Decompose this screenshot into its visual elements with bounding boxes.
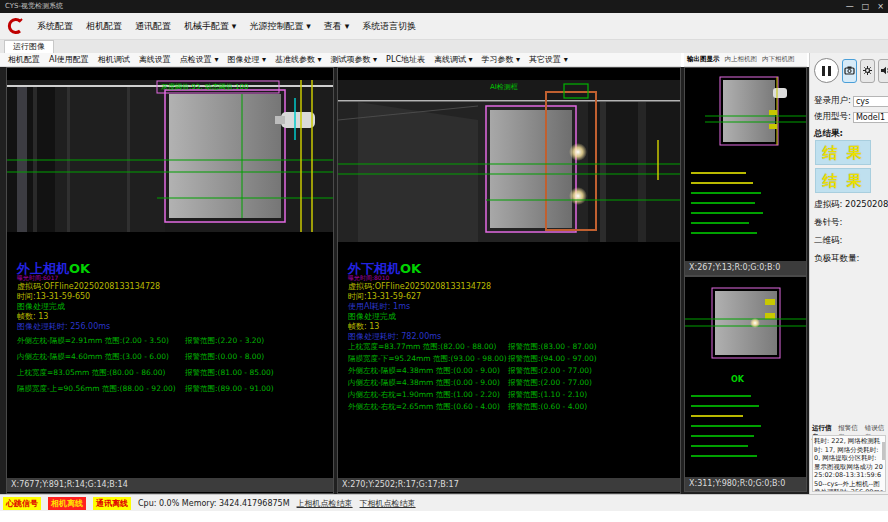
menu-bar: 系统配置 相机配置 通讯配置 机械手配置 ▾ 光源控制配置 ▾ 查看 ▾ 系统语… — [0, 13, 888, 40]
toolbar-offline-setting[interactable]: 离线设置 — [139, 54, 171, 65]
menu-item-light-config[interactable]: 光源控制配置 ▾ — [249, 20, 310, 33]
tab-output-image[interactable]: 输出图显示 — [687, 55, 720, 64]
mini-view-lower-image — [685, 283, 806, 375]
menu-item-robot-config[interactable]: 机械手配置 ▾ — [184, 20, 236, 33]
speaker-icon — [880, 65, 888, 76]
toolbar-test-params[interactable]: 测试项参数 ▾ — [331, 54, 378, 65]
toolbar-offline-debug[interactable]: 离线调试 ▾ — [434, 54, 473, 65]
measurement-row: 内侧左枕-隔膜=4.38mm 范围:(0.00 - 9.00) 报警范围:(2.… — [348, 378, 660, 390]
toolbar: 相机配置 AI使用配置 相机调试 离线设置 点检设置 ▾ 图像处理 ▾ 基准线参… — [0, 53, 681, 67]
close-button[interactable]: × — [877, 0, 884, 13]
toolbar-camera-config[interactable]: 相机配置 — [8, 54, 40, 65]
sound-button[interactable] — [878, 59, 888, 83]
toolbar-baseline-params[interactable]: 基准线参数 ▾ — [275, 54, 322, 65]
pause-button[interactable] — [814, 58, 839, 83]
gear-icon — [862, 65, 873, 76]
login-user-label: 登录用户: — [814, 95, 851, 107]
alarm-range: 报警范围:(0.00 - 8.00) — [185, 352, 264, 368]
toolbar-spotcheck-setting[interactable]: 点检设置 ▾ — [180, 54, 219, 65]
mini-view-lower-coords: X:311;Y:980;R:0;G:0;B:0 — [685, 477, 806, 491]
measurement-row: 外侧左枕-隔膜=4.38mm 范围:(0.00 - 9.00) 报警范围:(2.… — [348, 366, 660, 378]
tab-run-image[interactable]: 运行图像 — [4, 40, 54, 53]
alarm-range: 报警范围:(2.20 - 3.20) — [185, 336, 264, 352]
alarm-range: 报警范围:(1.10 - 2.10) — [508, 390, 587, 402]
toolbar-plc-table[interactable]: PLC地址表 — [386, 54, 425, 65]
measurement-row: 外侧左枕-右枕=2.65mm 范围:(0.60 - 4.00) 报警范围:(0.… — [348, 402, 660, 414]
comm-offline-badge: 通讯离线 — [93, 497, 131, 510]
alarm-range: 报警范围:(2.00 - 77.00) — [508, 366, 592, 378]
measurement-value: 内侧左枕-隔膜=4.38mm 范围:(0.00 - 9.00) — [348, 378, 508, 390]
tab-inner-upper-camera[interactable]: 内上相机图 — [725, 55, 758, 64]
control-panel: 登录用户: cys 使用型号: Model1 总结果: 结 果 结 果 虚拟码:… — [809, 53, 888, 494]
model-label: 使用型号: — [814, 111, 851, 123]
settings-button[interactable] — [860, 59, 875, 83]
measurement-row: 外侧左枕-隔膜=2.91mm 范围:(2.00 - 3.50) 报警范围:(2.… — [17, 336, 329, 352]
toolbar-ai-config[interactable]: AI使用配置 — [49, 54, 89, 65]
alarm-range: 报警范围:(81.00 - 85.00) — [185, 368, 274, 384]
camera-feed-outer-upper[interactable] — [7, 80, 333, 236]
measurement-row: 内侧左枕-右枕=1.90mm 范围:(1.00 - 2.20) 报警范围:(1.… — [348, 390, 660, 402]
run-log[interactable]: 耗时: 222, 网络检测耗时: 17, 网络分类耗时: 0, 网络提取分区耗时… — [812, 435, 886, 492]
mini-view-lower-result: OK — [731, 375, 744, 384]
window-title: CYS-视觉检测系统 — [5, 2, 63, 10]
model-value[interactable]: Model1 — [853, 112, 888, 123]
tab-strip — [0, 40, 888, 53]
camera-panel-outer-upper: 灰度阈值:93, 动态阈值:100 外上相机OK 曝光时间:6017 虚拟码:O… — [6, 67, 334, 494]
measurement-row: 隔膜宽度-上=90.56mm 范围:(88.00 - 92.00) 报警范围:(… — [17, 384, 329, 400]
heartbeat-badge: 心跳信号 — [3, 497, 41, 510]
run-log-text: 耗时: 222, 网络检测耗时: 17, 网络分类耗时: 0, 网络提取分区耗时… — [814, 437, 883, 492]
menu-item-language[interactable]: 系统语言切换 — [362, 20, 416, 33]
login-user-row: 登录用户: cys — [814, 95, 888, 107]
lower-camera-check-link[interactable]: 下相机点检结束 — [360, 498, 416, 509]
menu-item-system-config[interactable]: 系统配置 — [37, 20, 73, 33]
measurement-row: 上枕宽度=83.77mm 范围:(82.00 - 88.00) 报警范围:(83… — [348, 342, 660, 354]
content-area: 灰度阈值:93, 动态阈值:100 外上相机OK 曝光时间:6017 虚拟码:O… — [0, 67, 888, 494]
measurement-value: 隔膜宽度-上=90.56mm 范围:(88.00 - 92.00) — [17, 384, 185, 400]
menu-item-camera-config[interactable]: 相机配置 — [86, 20, 122, 33]
anode-tab-count-label: 负极耳数量: — [814, 253, 859, 265]
mini-view-lower[interactable]: OK X:311;Y:980;R:0;G:0;B:0 — [684, 276, 807, 492]
menu-item-comm-config[interactable]: 通讯配置 — [135, 20, 171, 33]
mini-view-upper-coords: X:267;Y:13;R:0;G:0;B:0 — [685, 261, 806, 275]
upper-camera-check-link[interactable]: 上相机点检结束 — [297, 498, 353, 509]
toolbar-camera-debug[interactable]: 相机调试 — [98, 54, 130, 65]
result-box-lower: 结 果 — [815, 168, 871, 193]
measurement-value: 外侧左枕-隔膜=2.91mm 范围:(2.00 - 3.50) — [17, 336, 185, 352]
virtual-barcode-label: 虚拟码: 20250208 — [814, 199, 888, 211]
alarm-range: 报警范围:(89.00 - 91.00) — [185, 384, 274, 400]
maximize-button[interactable]: □ — [862, 0, 870, 13]
app-logo-icon — [6, 17, 24, 35]
camera-panel-outer-lower: AI检测框 外下相机OK 曝光时间:8010 虚拟码:OFFline202502… — [337, 67, 681, 494]
log-scrollbar[interactable] — [882, 442, 885, 460]
toolbar-image-process[interactable]: 图像处理 ▾ — [227, 54, 266, 65]
winding-pin-label: 卷针号: — [814, 217, 842, 229]
cpu-memory-status: Cpu: 0.0% Memory: 3424.41796875M — [138, 499, 290, 508]
measurement-value: 外侧左枕-右枕=2.65mm 范围:(0.60 - 4.00) — [348, 402, 508, 414]
camera-feed-outer-lower[interactable] — [338, 80, 680, 246]
camera-mid-result: OK — [400, 261, 421, 276]
camera-left-result: OK — [69, 261, 90, 276]
camera-icon — [844, 65, 855, 76]
camera-left-cursor-coords: X:7677;Y:891;R:14;G:14;B:14 — [7, 478, 333, 492]
measurement-row: 上枕宽度=83.05mm 范围:(80.00 - 86.00) 报警范围:(81… — [17, 368, 329, 384]
alarm-range: 报警范围:(94.00 - 97.00) — [508, 354, 597, 366]
toolbar-learn-params[interactable]: 学习参数 ▾ — [482, 54, 521, 65]
camera-mid-cursor-coords: X:270;Y:2502;R:17;G:17;B:17 — [338, 478, 680, 492]
mini-view-upper[interactable]: X:267;Y:13;R:0;G:0;B:0 — [684, 67, 807, 276]
status-bar: 心跳信号 相机离线 通讯离线 Cpu: 0.0% Memory: 3424.41… — [0, 494, 888, 511]
camera-left-measurements: 外侧左枕-隔膜=2.91mm 范围:(2.00 - 3.50) 报警范围:(2.… — [17, 336, 329, 400]
camera-feed-left-image — [7, 80, 333, 232]
tab-inner-lower-camera[interactable]: 内下相机图 — [762, 55, 795, 64]
total-result-label: 总结果: — [814, 128, 843, 140]
toolbar-other-setting[interactable]: 其它设置 ▾ — [529, 54, 568, 65]
camera-feed-mid-image — [338, 80, 680, 242]
measurement-value: 外侧左枕-隔膜=4.38mm 范围:(0.00 - 9.00) — [348, 366, 508, 378]
camera-view-button[interactable] — [842, 59, 857, 83]
mini-log-lines — [685, 164, 806, 234]
minimize-button[interactable]: — — [846, 0, 854, 13]
login-user-value[interactable]: cys — [853, 96, 888, 107]
camera-offline-badge: 相机离线 — [48, 497, 86, 510]
menu-item-view[interactable]: 查看 ▾ — [324, 20, 349, 33]
threshold-overlay-text: 灰度阈值:93, 动态阈值:100 — [161, 82, 248, 92]
mini-view-upper-image — [685, 70, 806, 160]
